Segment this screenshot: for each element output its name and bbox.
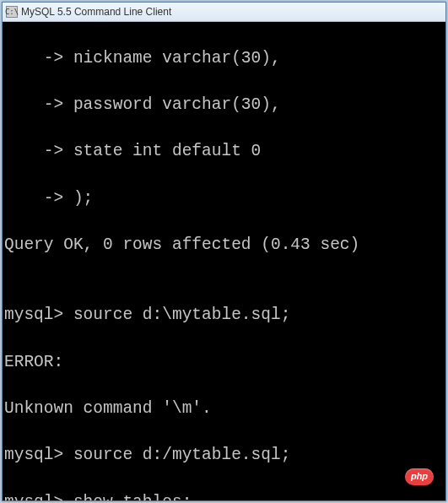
terminal-line: mysql> source d:/mytable.sql; [4, 444, 444, 468]
terminal-line: -> state int default 0 [4, 140, 444, 164]
window-title: MySQL 5.5 Command Line Client [21, 6, 171, 18]
terminal-line: mysql> show tables; [4, 491, 444, 500]
terminal-line: -> ); [4, 187, 444, 211]
php-badge: php [405, 468, 434, 485]
terminal-line: -> nickname varchar(30), [4, 47, 444, 71]
terminal-line: Query OK, 0 rows affected (0.43 sec) [4, 234, 444, 257]
terminal-line: ERROR: [4, 351, 444, 375]
titlebar[interactable]: C:\ MySQL 5.5 Command Line Client [3, 3, 445, 22]
terminal-line: -> password varchar(30), [4, 94, 444, 117]
console-icon: C:\ [6, 6, 18, 18]
terminal-line: mysql> source d:\mytable.sql; [4, 304, 444, 327]
terminal-area[interactable]: -> nickname varchar(30), -> password var… [3, 22, 445, 500]
app-window: C:\ MySQL 5.5 Command Line Client -> nic… [2, 2, 446, 501]
terminal-line: Unknown command '\m'. [4, 398, 444, 421]
